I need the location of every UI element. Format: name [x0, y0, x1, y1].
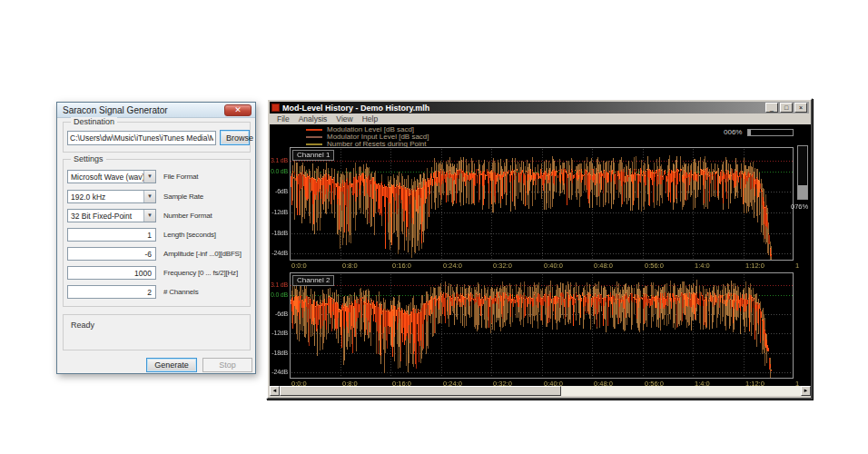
- chevron-down-icon: ▼: [143, 171, 155, 183]
- amplitude-input[interactable]: [67, 247, 156, 261]
- y-axis-label: 3.1 dB: [270, 157, 288, 164]
- maximize-button[interactable]: □: [780, 103, 793, 113]
- y-axis-label: -24dB: [270, 369, 288, 376]
- history-window: Mod-Level History - Demo History.mlh _ □…: [266, 98, 813, 400]
- titlebar[interactable]: Mod-Level History - Demo History.mlh _ □…: [270, 102, 809, 114]
- channels-input[interactable]: [67, 285, 156, 299]
- sample-rate-select[interactable]: 192.0 kHz ▼: [67, 190, 156, 203]
- status-box: Ready: [63, 314, 251, 350]
- side-progress-fill: [798, 185, 807, 199]
- x-axis-label: 1:4:0: [695, 262, 710, 270]
- channel-1-label: Channel 1: [292, 150, 334, 161]
- close-icon: ✕: [234, 105, 242, 114]
- y-axis-label: -24dB: [270, 250, 288, 257]
- chevron-down-icon: ▼: [143, 210, 155, 222]
- x-axis-label: 0:32:0: [493, 262, 512, 270]
- x-axis-label: 0:8:0: [342, 262, 358, 270]
- length-input[interactable]: [67, 228, 156, 242]
- menu-analysis[interactable]: Analysis: [294, 114, 332, 123]
- modulation-level-swatch: [306, 129, 322, 131]
- group-label: Destination: [71, 117, 117, 126]
- field-label: Sample Rate: [163, 192, 203, 201]
- scroll-right-button[interactable]: ►: [801, 386, 811, 396]
- minimize-icon: _: [770, 104, 774, 111]
- side-progress-value: 076%: [791, 202, 808, 211]
- minimize-button[interactable]: _: [765, 103, 778, 113]
- close-button[interactable]: ×: [794, 103, 807, 113]
- field-label: Length [seconds]: [163, 231, 216, 239]
- menubar: File Analysis View Help: [270, 114, 809, 124]
- field-label: # Channels: [163, 288, 198, 296]
- maximize-icon: □: [784, 104, 788, 111]
- scroll-left-button[interactable]: ◄: [270, 386, 280, 396]
- y-axis-label: 3.1 dB: [270, 281, 288, 289]
- signal-generator-window: Saracon Signal Generator ✕ Destination B…: [56, 102, 256, 374]
- destination-path-input[interactable]: [67, 131, 216, 145]
- status-text: Ready: [71, 321, 94, 330]
- x-axis-label: 0:40:0: [544, 262, 563, 270]
- x-axis-label: 0:24:0: [443, 262, 462, 270]
- x-axis-label: 0:48:0: [594, 262, 613, 270]
- destination-group: Destination Browse: [63, 122, 251, 153]
- scrollbar-thumb[interactable]: [280, 386, 561, 396]
- scroll-left-icon: ◄: [272, 388, 278, 393]
- length-row: Length [seconds]: [67, 228, 248, 242]
- file-format-row: Microsoft Wave (wav) ▼ File Format: [67, 170, 248, 183]
- field-label: Amplitude [-inf ...0][dBFS]: [163, 250, 242, 258]
- x-axis-label: 0:56:0: [645, 262, 664, 270]
- menu-file[interactable]: File: [272, 114, 294, 123]
- number-format-row: 32 Bit Fixed-Point ▼ Number Format: [67, 209, 248, 222]
- top-progress-bar: [747, 129, 794, 136]
- select-value: 32 Bit Fixed-Point: [71, 212, 132, 221]
- y-axis-label: -18dB: [270, 350, 288, 357]
- channel-2-plot: [290, 272, 794, 379]
- top-progress-fill: [748, 130, 751, 135]
- frequency-row: Frequency [0 ... fs/2][Hz]: [67, 266, 248, 280]
- menu-help[interactable]: Help: [358, 114, 382, 123]
- desktop: Saracon Signal Generator ✕ Destination B…: [0, 0, 868, 454]
- top-progress-value: 006%: [724, 128, 742, 136]
- field-label: File Format: [163, 173, 198, 181]
- y-axis-label: -12dB: [270, 209, 288, 216]
- chevron-down-icon: ▼: [143, 191, 155, 202]
- select-value: Microsoft Wave (wav): [71, 173, 144, 182]
- channel-2-label: Channel 2: [292, 275, 334, 286]
- close-button[interactable]: ✕: [224, 104, 252, 116]
- window-title: Mod-Level History - Demo History.mlh: [282, 104, 765, 113]
- chart-client-area: Modulation Level [dB sacd] Modulator Inp…: [270, 124, 811, 390]
- scroll-right-icon: ►: [804, 388, 809, 393]
- close-icon: ×: [799, 104, 803, 111]
- menu-view[interactable]: View: [331, 114, 357, 123]
- x-axis-label: 1:12:0: [745, 262, 764, 270]
- side-progress-bar: [797, 145, 808, 200]
- group-label: Settings: [71, 154, 106, 163]
- x-axis-label: 0:16:0: [392, 262, 411, 270]
- y-axis-label: -18dB: [270, 230, 288, 237]
- stop-button[interactable]: Stop: [202, 358, 252, 372]
- titlebar[interactable]: Saracon Signal Generator ✕: [57, 103, 255, 118]
- y-axis-label: -6dB: [270, 311, 288, 318]
- app-icon: [271, 104, 280, 112]
- settings-group: Settings Microsoft Wave (wav) ▼ File For…: [63, 159, 251, 307]
- resets-swatch: [306, 143, 322, 145]
- generate-button[interactable]: Generate: [146, 358, 197, 372]
- channel-1-plot: [290, 147, 794, 261]
- field-label: Number Format: [163, 212, 212, 220]
- x-axis-label: 0:0:0: [291, 262, 307, 270]
- modulator-input-level-swatch: [306, 136, 322, 138]
- channels-row: # Channels: [67, 285, 248, 299]
- frequency-input[interactable]: [67, 266, 156, 280]
- y-axis-label: 0.0 dB: [270, 291, 288, 299]
- y-axis-label: -6dB: [270, 188, 288, 195]
- select-value: 192.0 kHz: [71, 192, 105, 202]
- sample-rate-row: 192.0 kHz ▼ Sample Rate: [67, 190, 248, 203]
- browse-button[interactable]: Browse: [220, 130, 250, 145]
- field-label: Frequency [0 ... fs/2][Hz]: [163, 269, 238, 277]
- file-format-select[interactable]: Microsoft Wave (wav) ▼: [67, 170, 156, 183]
- y-axis-label: -12dB: [270, 330, 288, 337]
- amplitude-row: Amplitude [-inf ...0][dBFS]: [67, 247, 248, 261]
- window-title: Saracon Signal Generator: [63, 105, 168, 115]
- number-format-select[interactable]: 32 Bit Fixed-Point ▼: [67, 209, 156, 222]
- horizontal-scrollbar[interactable]: ◄ ►: [270, 386, 811, 396]
- x-axis-label: 1: [795, 262, 799, 270]
